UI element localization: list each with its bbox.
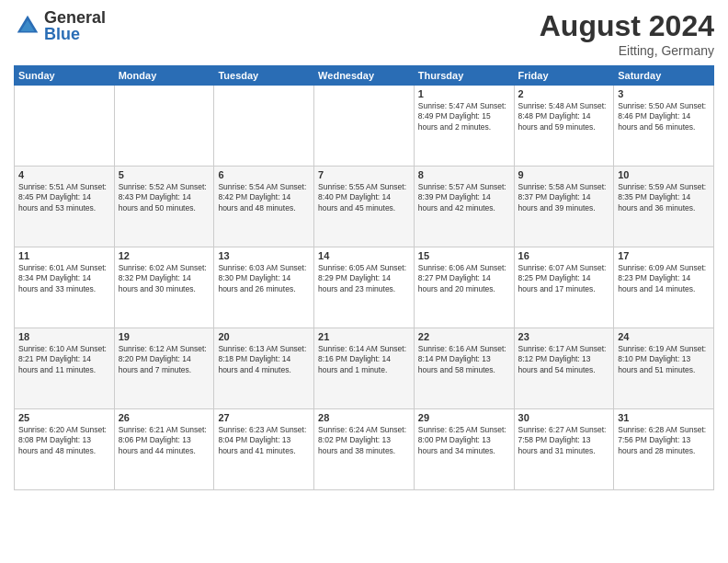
day-cell: 16Sunrise: 6:07 AM Sunset: 8:25 PM Dayli… xyxy=(514,247,614,328)
day-cell: 6Sunrise: 5:54 AM Sunset: 8:42 PM Daylig… xyxy=(214,167,314,247)
day-content: Sunrise: 5:55 AM Sunset: 8:40 PM Dayligh… xyxy=(318,182,410,213)
day-content: Sunrise: 6:23 AM Sunset: 8:04 PM Dayligh… xyxy=(218,425,310,456)
day-content: Sunrise: 6:01 AM Sunset: 8:34 PM Dayligh… xyxy=(18,263,110,294)
day-content: Sunrise: 6:16 AM Sunset: 8:14 PM Dayligh… xyxy=(418,344,510,375)
day-content: Sunrise: 6:28 AM Sunset: 7:56 PM Dayligh… xyxy=(618,425,710,456)
logo-general-text: General xyxy=(44,9,106,26)
day-cell: 15Sunrise: 6:06 AM Sunset: 8:27 PM Dayli… xyxy=(414,247,514,328)
logo-text: General Blue xyxy=(44,9,106,42)
day-content: Sunrise: 5:58 AM Sunset: 8:37 PM Dayligh… xyxy=(518,182,610,213)
day-cell: 9Sunrise: 5:58 AM Sunset: 8:37 PM Daylig… xyxy=(514,167,614,247)
week-row-4: 25Sunrise: 6:20 AM Sunset: 8:08 PM Dayli… xyxy=(15,409,714,490)
day-cell: 1Sunrise: 5:47 AM Sunset: 8:49 PM Daylig… xyxy=(414,86,514,167)
day-number: 5 xyxy=(119,169,210,180)
col-header-wednesday: Wednesday xyxy=(314,66,415,86)
day-number: 10 xyxy=(618,169,710,180)
title-block: August 2024 Eitting, Germany xyxy=(540,9,714,58)
day-cell xyxy=(314,86,415,167)
day-content: Sunrise: 6:07 AM Sunset: 8:25 PM Dayligh… xyxy=(518,263,610,294)
day-cell: 11Sunrise: 6:01 AM Sunset: 8:34 PM Dayli… xyxy=(15,247,115,328)
day-cell: 18Sunrise: 6:10 AM Sunset: 8:21 PM Dayli… xyxy=(15,328,115,409)
day-cell: 23Sunrise: 6:17 AM Sunset: 8:12 PM Dayli… xyxy=(514,328,614,409)
day-cell: 12Sunrise: 6:02 AM Sunset: 8:32 PM Dayli… xyxy=(114,247,214,328)
col-header-saturday: Saturday xyxy=(614,66,714,86)
day-cell: 10Sunrise: 5:59 AM Sunset: 8:35 PM Dayli… xyxy=(614,167,714,247)
day-cell: 21Sunrise: 6:14 AM Sunset: 8:16 PM Dayli… xyxy=(314,328,415,409)
logo-blue-text: Blue xyxy=(44,26,106,42)
day-content: Sunrise: 5:52 AM Sunset: 8:43 PM Dayligh… xyxy=(119,182,210,213)
col-header-sunday: Sunday xyxy=(15,66,115,86)
day-cell: 5Sunrise: 5:52 AM Sunset: 8:43 PM Daylig… xyxy=(114,167,214,247)
day-number: 9 xyxy=(518,169,610,180)
week-row-2: 11Sunrise: 6:01 AM Sunset: 8:34 PM Dayli… xyxy=(15,247,714,328)
page: General Blue August 2024 Eitting, German… xyxy=(0,0,728,563)
day-cell: 2Sunrise: 5:48 AM Sunset: 8:48 PM Daylig… xyxy=(514,86,614,167)
day-content: Sunrise: 6:12 AM Sunset: 8:20 PM Dayligh… xyxy=(119,344,210,375)
day-number: 18 xyxy=(18,331,110,342)
location: Eitting, Germany xyxy=(540,43,714,58)
header: General Blue August 2024 Eitting, German… xyxy=(14,9,714,58)
day-number: 31 xyxy=(618,412,710,423)
day-cell: 31Sunrise: 6:28 AM Sunset: 7:56 PM Dayli… xyxy=(614,409,714,490)
day-cell: 20Sunrise: 6:13 AM Sunset: 8:18 PM Dayli… xyxy=(214,328,314,409)
day-cell: 19Sunrise: 6:12 AM Sunset: 8:20 PM Dayli… xyxy=(114,328,214,409)
day-content: Sunrise: 6:02 AM Sunset: 8:32 PM Dayligh… xyxy=(119,263,210,294)
day-number: 27 xyxy=(218,412,310,423)
logo: General Blue xyxy=(14,9,106,42)
day-cell xyxy=(114,86,214,167)
day-cell xyxy=(214,86,314,167)
day-content: Sunrise: 5:54 AM Sunset: 8:42 PM Dayligh… xyxy=(218,182,310,213)
day-cell: 24Sunrise: 6:19 AM Sunset: 8:10 PM Dayli… xyxy=(614,328,714,409)
day-number: 6 xyxy=(218,169,310,180)
day-content: Sunrise: 6:13 AM Sunset: 8:18 PM Dayligh… xyxy=(218,344,310,375)
day-cell: 28Sunrise: 6:24 AM Sunset: 8:02 PM Dayli… xyxy=(314,409,415,490)
day-cell xyxy=(15,86,115,167)
day-number: 4 xyxy=(18,169,110,180)
day-content: Sunrise: 5:57 AM Sunset: 8:39 PM Dayligh… xyxy=(418,182,510,213)
day-cell: 25Sunrise: 6:20 AM Sunset: 8:08 PM Dayli… xyxy=(15,409,115,490)
day-number: 28 xyxy=(318,412,410,423)
day-content: Sunrise: 5:51 AM Sunset: 8:45 PM Dayligh… xyxy=(18,182,110,213)
day-number: 13 xyxy=(218,250,310,261)
day-number: 24 xyxy=(618,331,710,342)
day-number: 29 xyxy=(418,412,510,423)
day-number: 23 xyxy=(518,331,610,342)
day-number: 26 xyxy=(119,412,210,423)
week-row-3: 18Sunrise: 6:10 AM Sunset: 8:21 PM Dayli… xyxy=(15,328,714,409)
day-number: 7 xyxy=(318,169,410,180)
day-number: 25 xyxy=(18,412,110,423)
day-number: 1 xyxy=(418,88,510,99)
col-header-thursday: Thursday xyxy=(414,66,514,86)
day-number: 11 xyxy=(18,250,110,261)
day-cell: 22Sunrise: 6:16 AM Sunset: 8:14 PM Dayli… xyxy=(414,328,514,409)
day-content: Sunrise: 6:03 AM Sunset: 8:30 PM Dayligh… xyxy=(218,263,310,294)
day-cell: 7Sunrise: 5:55 AM Sunset: 8:40 PM Daylig… xyxy=(314,167,415,247)
col-header-tuesday: Tuesday xyxy=(214,66,314,86)
day-cell: 14Sunrise: 6:05 AM Sunset: 8:29 PM Dayli… xyxy=(314,247,415,328)
day-number: 22 xyxy=(418,331,510,342)
day-number: 12 xyxy=(119,250,210,261)
day-number: 3 xyxy=(618,88,710,99)
day-number: 8 xyxy=(418,169,510,180)
day-cell: 26Sunrise: 6:21 AM Sunset: 8:06 PM Dayli… xyxy=(114,409,214,490)
day-content: Sunrise: 6:06 AM Sunset: 8:27 PM Dayligh… xyxy=(418,263,510,294)
day-content: Sunrise: 6:14 AM Sunset: 8:16 PM Dayligh… xyxy=(318,344,410,375)
day-number: 2 xyxy=(518,88,610,99)
day-number: 14 xyxy=(318,250,410,261)
day-cell: 17Sunrise: 6:09 AM Sunset: 8:23 PM Dayli… xyxy=(614,247,714,328)
month-year: August 2024 xyxy=(540,9,714,43)
week-row-1: 4Sunrise: 5:51 AM Sunset: 8:45 PM Daylig… xyxy=(15,167,714,247)
week-row-0: 1Sunrise: 5:47 AM Sunset: 8:49 PM Daylig… xyxy=(15,86,714,167)
day-number: 21 xyxy=(318,331,410,342)
day-content: Sunrise: 6:05 AM Sunset: 8:29 PM Dayligh… xyxy=(318,263,410,294)
day-content: Sunrise: 6:20 AM Sunset: 8:08 PM Dayligh… xyxy=(18,425,110,456)
day-content: Sunrise: 6:21 AM Sunset: 8:06 PM Dayligh… xyxy=(119,425,210,456)
day-content: Sunrise: 5:47 AM Sunset: 8:49 PM Dayligh… xyxy=(418,101,510,132)
day-content: Sunrise: 5:59 AM Sunset: 8:35 PM Dayligh… xyxy=(618,182,710,213)
day-number: 17 xyxy=(618,250,710,261)
day-cell: 4Sunrise: 5:51 AM Sunset: 8:45 PM Daylig… xyxy=(15,167,115,247)
day-content: Sunrise: 6:17 AM Sunset: 8:12 PM Dayligh… xyxy=(518,344,610,375)
day-content: Sunrise: 6:19 AM Sunset: 8:10 PM Dayligh… xyxy=(618,344,710,375)
day-number: 20 xyxy=(218,331,310,342)
day-content: Sunrise: 6:24 AM Sunset: 8:02 PM Dayligh… xyxy=(318,425,410,456)
